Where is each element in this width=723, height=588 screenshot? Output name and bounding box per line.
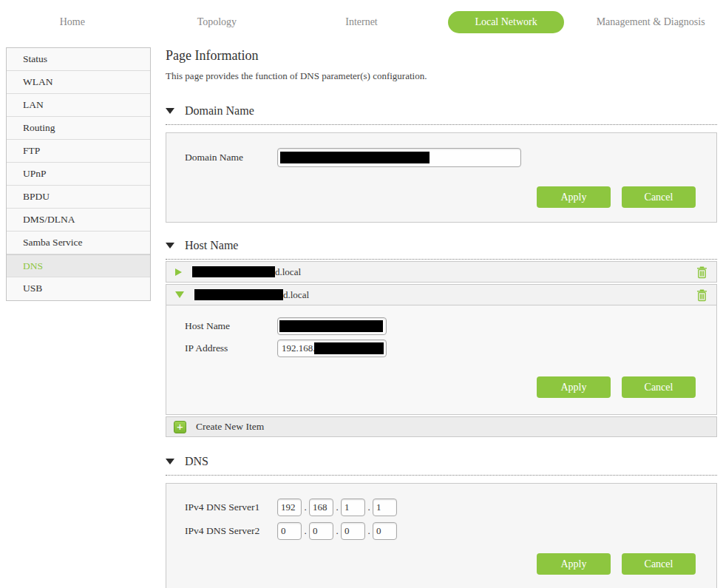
nav-tab-management-diagnosis-label[interactable]: Management & Diagnosis	[586, 11, 716, 33]
section-divider	[166, 259, 717, 260]
dns-cancel-button[interactable]: Cancel	[622, 553, 696, 575]
host-item-row-expanded[interactable]: d.local	[166, 284, 717, 305]
triangle-down-icon[interactable]	[175, 291, 184, 298]
nav-tab-internet[interactable]: Internet	[289, 11, 434, 33]
octet-dot: .	[302, 525, 309, 537]
sidebar-item-dms-dlna[interactable]: DMS/DLNA	[7, 209, 150, 232]
dns-server1-label: IPv4 DNS Server1	[166, 501, 277, 513]
redacted-value	[194, 289, 283, 300]
section-title-host-name: Host Name	[185, 239, 238, 252]
redacted-value	[280, 152, 430, 163]
top-nav: Home Topology Internet Local Network Man…	[0, 0, 723, 44]
dns-server1-octet1-input[interactable]	[277, 499, 302, 516]
nav-tab-local-network[interactable]: Local Network	[434, 11, 579, 33]
nav-tab-home-label[interactable]: Home	[50, 11, 95, 33]
section-header-host-name: Host Name	[166, 239, 717, 252]
section-header-dns: DNS	[166, 455, 717, 468]
nav-tab-topology-label[interactable]: Topology	[187, 11, 247, 33]
sidebar-item-routing[interactable]: Routing	[7, 117, 150, 140]
create-new-item-row[interactable]: + Create New Item	[166, 416, 717, 437]
nav-tab-home[interactable]: Home	[0, 11, 145, 33]
redacted-value	[279, 320, 383, 332]
plus-icon[interactable]: +	[174, 421, 186, 433]
dns-apply-button[interactable]: Apply	[537, 553, 611, 575]
page-description: This page provides the function of DNS p…	[166, 70, 717, 82]
sidebar-item-dns[interactable]: DNS	[7, 254, 150, 277]
main-content: Page Information This page provides the …	[166, 48, 717, 588]
host-apply-button[interactable]: Apply	[537, 376, 611, 398]
sidebar: Status WLAN LAN Routing FTP UPnP BPDU DM…	[6, 47, 151, 301]
nav-tab-internet-label[interactable]: Internet	[335, 11, 388, 33]
trash-icon[interactable]	[696, 266, 707, 279]
octet-dot: .	[333, 501, 341, 513]
dns-server2-octet1-input[interactable]	[277, 522, 302, 540]
host-item-suffix: d.local	[275, 266, 301, 278]
domain-name-field-label: Domain Name	[166, 152, 277, 163]
dns-server1-octet2-input[interactable]	[309, 499, 333, 516]
sidebar-item-lan[interactable]: LAN	[7, 94, 150, 117]
triangle-down-icon[interactable]	[166, 459, 174, 464]
redacted-value	[192, 266, 275, 277]
sidebar-item-samba-service[interactable]: Samba Service	[7, 232, 150, 254]
dns-server2-octet4-input[interactable]	[373, 522, 397, 540]
octet-dot: .	[333, 525, 341, 537]
host-item-row-collapsed[interactable]: d.local	[166, 261, 717, 283]
section-divider	[166, 124, 717, 125]
section-header-domain-name: Domain Name	[166, 104, 717, 118]
octet-dot: .	[302, 501, 309, 513]
sidebar-item-wlan[interactable]: WLAN	[7, 71, 150, 94]
nav-tab-local-network-label[interactable]: Local Network	[448, 11, 563, 33]
domain-name-input-wrap	[277, 148, 521, 167]
sidebar-item-upnp[interactable]: UPnP	[7, 163, 150, 186]
dns-server2-octet3-input[interactable]	[341, 522, 365, 540]
ip-address-input-wrap	[277, 339, 387, 357]
domain-apply-button[interactable]: Apply	[537, 186, 611, 208]
host-item-detail-panel: Host Name IP Address Apply Cancel	[166, 305, 717, 415]
host-name-input-wrap	[277, 317, 387, 335]
host-name-field-label: Host Name	[166, 320, 277, 332]
octet-dot: .	[365, 525, 373, 537]
host-cancel-button[interactable]: Cancel	[622, 376, 696, 398]
triangle-down-icon[interactable]	[166, 108, 174, 114]
host-item-suffix: d.local	[283, 289, 309, 301]
page-title: Page Information	[166, 48, 717, 64]
dns-server2-label: IPv4 DNS Server2	[166, 525, 277, 537]
triangle-right-icon[interactable]	[175, 268, 182, 276]
sidebar-item-usb[interactable]: USB	[7, 277, 150, 300]
domain-name-panel: Domain Name Apply Cancel	[166, 132, 717, 223]
dns-panel: IPv4 DNS Server1 . . . IPv4 DNS Server2 …	[166, 483, 717, 588]
nav-tab-management-diagnosis[interactable]: Management & Diagnosis	[578, 11, 723, 33]
domain-cancel-button[interactable]: Cancel	[622, 186, 696, 208]
sidebar-item-bpdu[interactable]: BPDU	[7, 186, 150, 209]
sidebar-item-ftp[interactable]: FTP	[7, 140, 150, 163]
dns-server2-octet2-input[interactable]	[309, 522, 333, 540]
dns-server1-octet3-input[interactable]	[341, 499, 365, 516]
triangle-down-icon[interactable]	[166, 243, 174, 249]
sidebar-item-status[interactable]: Status	[7, 48, 150, 71]
section-divider	[166, 475, 717, 476]
dns-server1-octet4-input[interactable]	[373, 499, 397, 516]
trash-icon[interactable]	[696, 288, 707, 302]
nav-tab-topology[interactable]: Topology	[145, 11, 290, 33]
create-new-item-label: Create New Item	[196, 421, 264, 433]
redacted-value	[314, 342, 384, 354]
ip-address-field-label: IP Address	[166, 342, 277, 354]
dns-settings-page: Home Topology Internet Local Network Man…	[0, 0, 723, 588]
section-title-domain-name: Domain Name	[185, 104, 254, 118]
octet-dot: .	[365, 501, 373, 513]
section-title-dns: DNS	[185, 455, 208, 468]
